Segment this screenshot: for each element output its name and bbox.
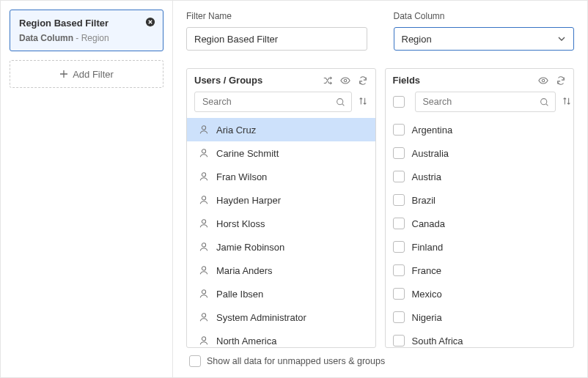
field-name: Brazil <box>412 195 436 206</box>
field-row[interactable]: Brazil <box>386 188 574 212</box>
user-row[interactable]: Hayden Harper <box>187 188 375 212</box>
field-row[interactable]: Finland <box>386 235 574 259</box>
field-name: Austria <box>412 171 441 182</box>
svg-point-8 <box>202 243 205 247</box>
user-row[interactable]: Palle Ibsen <box>187 282 375 305</box>
footer-row: Show all data for unmapped users & group… <box>186 355 574 367</box>
user-icon <box>199 218 209 229</box>
shuffle-icon[interactable] <box>323 75 333 86</box>
panels-row: Users / Groups Aria C <box>186 68 574 348</box>
user-icon <box>199 336 209 346</box>
users-search-box[interactable] <box>194 92 352 112</box>
search-icon <box>540 97 549 107</box>
svg-point-4 <box>202 149 205 153</box>
field-row[interactable]: Mexico <box>386 282 574 305</box>
add-filter-label: Add Filter <box>73 69 114 80</box>
user-row[interactable]: Fran Wilson <box>187 165 375 188</box>
user-name: Fran Wilson <box>216 171 267 182</box>
svg-point-7 <box>202 220 205 223</box>
filter-card-close-button[interactable] <box>145 17 155 29</box>
fields-search-input[interactable] <box>422 96 540 108</box>
user-row[interactable]: North America <box>187 329 375 347</box>
user-row[interactable]: System Administrator <box>187 305 375 329</box>
user-row[interactable]: Carine Schmitt <box>187 141 375 165</box>
field-row[interactable]: South Africa <box>386 329 574 347</box>
users-panel-body[interactable]: Aria CruzCarine SchmittFran WilsonHayden… <box>187 118 375 347</box>
field-row[interactable]: France <box>386 259 574 282</box>
field-row[interactable]: Australia <box>386 141 574 165</box>
main-content: Filter Name Data Column Region Users / G… <box>173 1 587 377</box>
field-name: Canada <box>412 218 446 229</box>
filter-card[interactable]: Region Based Filter Data Column - Region <box>10 10 163 51</box>
sort-icon <box>358 96 368 106</box>
user-icon <box>199 265 209 275</box>
svg-point-5 <box>202 173 205 177</box>
user-row[interactable]: Maria Anders <box>187 259 375 282</box>
plus-icon <box>59 70 68 78</box>
field-checkbox[interactable] <box>393 335 405 346</box>
data-column-value: Region <box>402 34 432 45</box>
svg-point-10 <box>202 290 205 294</box>
sort-icon <box>562 96 572 106</box>
refresh-icon[interactable] <box>358 75 368 86</box>
field-checkbox[interactable] <box>393 264 405 276</box>
show-all-checkbox[interactable] <box>189 355 201 367</box>
field-row[interactable]: Austria <box>386 165 574 188</box>
field-checkbox[interactable] <box>393 194 405 206</box>
field-name: Australia <box>412 148 449 159</box>
field-checkbox[interactable] <box>393 147 405 159</box>
fields-search-row <box>386 89 574 118</box>
user-name: System Administrator <box>216 312 306 323</box>
eye-icon[interactable] <box>340 75 350 86</box>
user-icon <box>199 171 209 182</box>
user-row[interactable]: Aria Cruz <box>187 118 375 141</box>
users-panel-header: Users / Groups <box>187 69 375 89</box>
field-row[interactable]: Argentina <box>386 118 574 141</box>
field-checkbox[interactable] <box>393 311 405 323</box>
field-name: France <box>412 265 441 276</box>
form-row: Filter Name Data Column Region <box>186 11 574 51</box>
field-checkbox[interactable] <box>393 288 405 300</box>
filter-name-label: Filter Name <box>186 11 367 21</box>
fields-search-box[interactable] <box>415 92 556 112</box>
users-sort-button[interactable] <box>358 96 368 108</box>
eye-icon[interactable] <box>538 75 548 86</box>
data-column-select[interactable]: Region <box>394 27 575 51</box>
user-name: Maria Anders <box>216 265 273 276</box>
fields-panel: Fields ArgentinaAustral <box>385 68 575 348</box>
filter-name-input[interactable] <box>186 27 367 51</box>
field-checkbox[interactable] <box>393 241 405 253</box>
fields-panel-actions <box>538 75 566 86</box>
fields-panel-body[interactable]: ArgentinaAustraliaAustriaBrazilCanadaFin… <box>386 118 574 347</box>
refresh-icon[interactable] <box>556 75 566 86</box>
filter-card-sub: Data Column - Region <box>19 33 154 43</box>
field-name: South Africa <box>412 336 463 346</box>
user-row[interactable]: Horst Kloss <box>187 212 375 235</box>
add-filter-button[interactable]: Add Filter <box>10 60 163 88</box>
user-icon <box>199 289 209 299</box>
user-icon <box>199 242 209 252</box>
sidebar: Region Based Filter Data Column - Region… <box>1 1 173 377</box>
svg-point-1 <box>344 79 347 82</box>
user-row[interactable]: Jamie Robinson <box>187 235 375 259</box>
svg-point-12 <box>202 337 205 341</box>
fields-sort-button[interactable] <box>562 96 572 108</box>
user-name: Jamie Robinson <box>216 242 284 253</box>
field-row[interactable]: Canada <box>386 212 574 235</box>
filter-card-sub-value: Region <box>81 33 109 43</box>
svg-point-3 <box>202 126 205 130</box>
search-icon <box>336 97 345 107</box>
field-checkbox[interactable] <box>393 124 405 136</box>
user-icon <box>199 125 209 135</box>
app-root: Region Based Filter Data Column - Region… <box>0 0 588 378</box>
user-name: Carine Schmitt <box>216 148 279 159</box>
fields-selectall-checkbox[interactable] <box>393 96 405 108</box>
field-row[interactable]: Nigeria <box>386 305 574 329</box>
svg-point-9 <box>202 267 205 270</box>
field-name: Nigeria <box>412 312 442 323</box>
user-icon <box>199 195 209 205</box>
users-search-input[interactable] <box>201 96 336 108</box>
field-checkbox[interactable] <box>393 218 405 229</box>
field-checkbox[interactable] <box>393 171 405 182</box>
user-icon <box>199 148 209 158</box>
